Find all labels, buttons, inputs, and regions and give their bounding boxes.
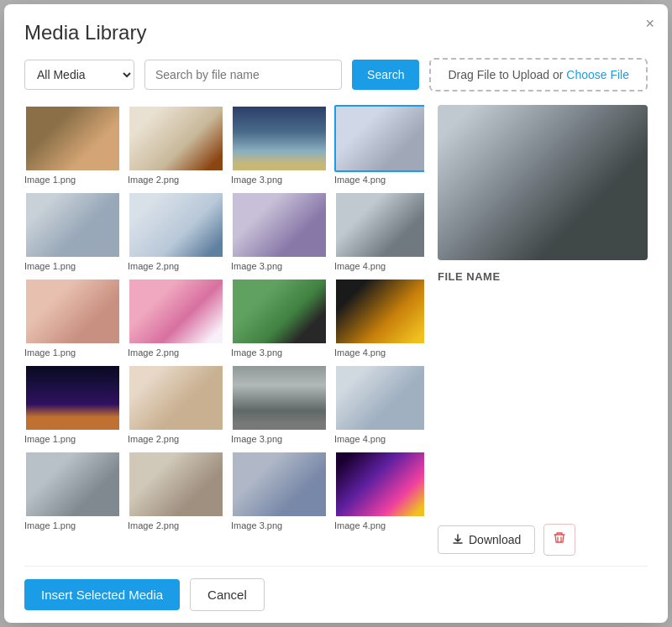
choose-file-link[interactable]: Choose File [566, 68, 629, 81]
image-label: Image 3.png [231, 520, 328, 530]
main-content: Image 1.png Image 2.png Image 3.png Imag… [24, 105, 648, 566]
sidebar-actions: Download [438, 514, 648, 566]
download-icon [452, 534, 464, 546]
image-label: Image 4.png [334, 347, 424, 358]
image-label: Image 1.png [24, 520, 121, 530]
list-item[interactable]: Image 2.png [128, 191, 224, 271]
upload-zone: Drag File to Upload or Choose File [429, 58, 648, 91]
filter-select[interactable]: All Media Images Videos Documents [24, 60, 134, 90]
image-grid: Image 1.png Image 2.png Image 3.png Imag… [24, 105, 424, 537]
grid-area: Image 1.png Image 2.png Image 3.png Imag… [24, 105, 424, 566]
download-button[interactable]: Download [438, 525, 535, 554]
list-item[interactable]: Image 1.png [24, 191, 121, 271]
list-item[interactable]: Image 1.png [24, 105, 121, 185]
preview-image [438, 105, 648, 260]
list-item[interactable]: Image 3.png [231, 451, 328, 530]
list-item[interactable]: Image 3.png [231, 191, 328, 271]
list-item[interactable]: Image 3.png [231, 278, 328, 358]
list-item[interactable]: Image 4.png [334, 451, 424, 530]
image-label: Image 4.png [334, 434, 424, 444]
list-item[interactable]: Image 2.png [128, 278, 224, 358]
image-label: Image 3.png [231, 261, 328, 271]
list-item[interactable]: Image 4.png [334, 278, 424, 358]
list-item[interactable]: Image 1.png [24, 364, 121, 444]
list-item[interactable]: Image 1.png [24, 278, 121, 358]
delete-button[interactable] [543, 524, 575, 556]
footer: Insert Selected Media Cancel [24, 566, 648, 623]
trash-icon [553, 531, 566, 545]
file-name-label: FILE NAME [438, 270, 648, 283]
list-item[interactable]: Image 1.png [24, 451, 121, 530]
image-label: Image 1.png [24, 434, 121, 444]
list-item[interactable]: Image 2.png [128, 451, 224, 530]
image-label: Image 3.png [231, 347, 328, 358]
media-library-modal: × Media Library All Media Images Videos … [4, 4, 668, 623]
image-label: Image 1.png [24, 175, 121, 185]
preview-bike-image [438, 105, 648, 260]
list-item[interactable]: Image 4.png [334, 105, 424, 185]
list-item[interactable]: Image 2.png [128, 364, 224, 444]
sidebar-spacer [438, 290, 648, 514]
sidebar-preview: FILE NAME Download [438, 105, 648, 566]
image-label: Image 2.png [128, 520, 224, 530]
image-label: Image 4.png [334, 175, 424, 185]
list-item[interactable]: Image 3.png [231, 105, 328, 185]
upload-text: Drag File to Upload or [448, 68, 566, 81]
image-label: Image 1.png [24, 261, 121, 271]
cancel-button[interactable]: Cancel [190, 578, 265, 611]
list-item[interactable]: Image 4.png [334, 191, 424, 271]
image-label: Image 4.png [334, 261, 424, 271]
modal-title: Media Library [24, 21, 648, 44]
search-button[interactable]: Search [352, 60, 419, 90]
list-item[interactable]: Image 3.png [231, 364, 328, 444]
image-label: Image 2.png [128, 347, 224, 358]
header-row: All Media Images Videos Documents Search… [24, 58, 648, 91]
search-input[interactable] [144, 60, 342, 90]
close-button[interactable]: × [645, 16, 654, 31]
insert-selected-media-button[interactable]: Insert Selected Media [24, 579, 180, 610]
image-label: Image 2.png [128, 175, 224, 185]
image-label: Image 2.png [128, 261, 224, 271]
image-label: Image 3.png [231, 434, 328, 444]
image-label: Image 1.png [24, 347, 121, 358]
image-label: Image 2.png [128, 434, 224, 444]
list-item[interactable]: Image 4.png [334, 364, 424, 444]
image-label: Image 3.png [231, 175, 328, 185]
list-item[interactable]: Image 2.png [128, 105, 224, 185]
image-label: Image 4.png [334, 520, 424, 530]
